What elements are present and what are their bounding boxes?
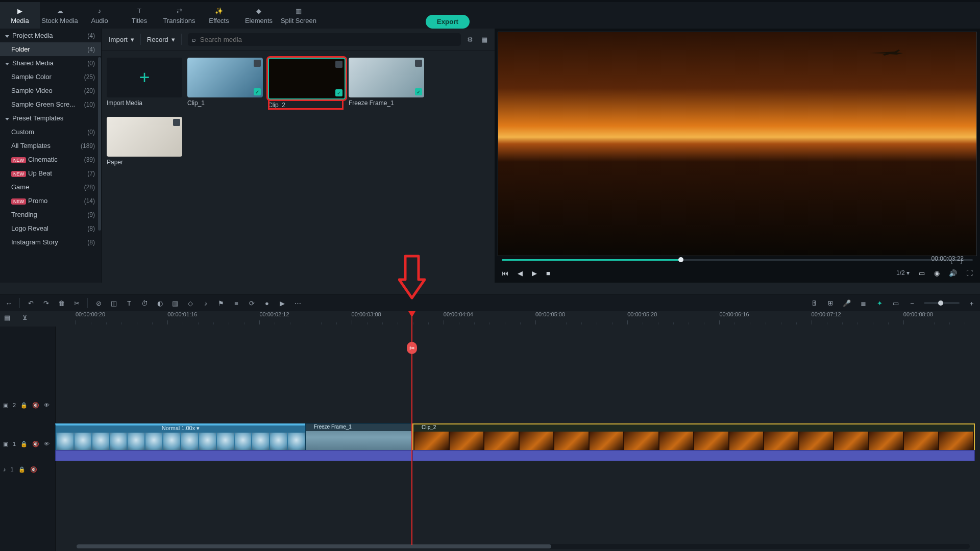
fit-icon[interactable]: ▭ bbox=[891, 298, 900, 308]
razor-playhead-icon[interactable]: ✂ bbox=[407, 342, 417, 354]
timeline-clip-2[interactable]: Clip_2 bbox=[412, 423, 975, 452]
preview-ratio[interactable]: 1/2 ▾ bbox=[896, 269, 910, 277]
fullscreen-icon[interactable]: ⛶ bbox=[966, 270, 973, 277]
media-item-freeze-frame-1[interactable]: ✓Freeze Frame_1 bbox=[349, 58, 424, 110]
timeline-clip-1[interactable]: Normal 1.00x ▾ bbox=[55, 423, 306, 453]
hide-icon[interactable]: 👁 bbox=[44, 441, 50, 447]
keyframe-icon[interactable]: ◇ bbox=[186, 298, 195, 308]
timeline-audio-2[interactable] bbox=[412, 450, 975, 461]
playhead[interactable]: ✂ bbox=[411, 311, 412, 545]
track-header-a1[interactable]: ♪ 1 🔒 🔇 bbox=[0, 462, 58, 477]
media-item-import-media[interactable]: +Import Media bbox=[107, 58, 182, 110]
redo-icon[interactable]: ↷ bbox=[41, 298, 51, 308]
motion-icon[interactable]: ⟳ bbox=[247, 298, 256, 308]
sidebar-item-logo-reveal[interactable]: Logo Reveal(8) bbox=[0, 221, 101, 235]
record-vo-icon[interactable]: ● bbox=[262, 298, 272, 308]
lock-icon[interactable]: 🔒 bbox=[20, 441, 28, 447]
undo-icon[interactable]: ↶ bbox=[26, 298, 35, 308]
sidebar-group-shared-media[interactable]: Shared Media(0) bbox=[0, 56, 101, 70]
media-item-clip-2[interactable]: ✓Clip_2 bbox=[268, 58, 344, 110]
record-dropdown[interactable]: Record ▾ bbox=[147, 36, 175, 43]
lock-icon[interactable]: 🔒 bbox=[18, 467, 26, 472]
cursor-tool-icon[interactable]: ↔ bbox=[4, 298, 13, 308]
mute-icon[interactable]: 🔇 bbox=[30, 467, 37, 472]
detach-audio-icon[interactable]: ♪ bbox=[201, 298, 210, 308]
timeline-scrollbar[interactable] bbox=[77, 544, 970, 549]
speed-icon[interactable]: ⏱ bbox=[140, 298, 149, 308]
sidebar-item-sample-green-scre-[interactable]: Sample Green Scre...(10) bbox=[0, 97, 101, 111]
mic-icon[interactable]: 🎤 bbox=[842, 298, 851, 308]
sidebar-item-promo[interactable]: NEWPromo(14) bbox=[0, 194, 101, 208]
lock-icon[interactable]: 🔒 bbox=[20, 403, 28, 408]
display-icon[interactable]: ▭ bbox=[919, 270, 925, 277]
razor-icon[interactable]: ✂ bbox=[72, 298, 81, 308]
tab-elements[interactable]: ◆Elements bbox=[239, 2, 279, 29]
media-search[interactable]: ⌕ bbox=[188, 33, 461, 46]
sidebar-group-project-media[interactable]: Project Media(4) bbox=[0, 29, 101, 42]
auto-ripple-icon[interactable]: ✦ bbox=[875, 298, 884, 308]
tab-stock-media[interactable]: ☁Stock Media bbox=[40, 2, 80, 29]
media-item-clip-1[interactable]: ✓Clip_1 bbox=[187, 58, 263, 110]
sidebar-group-preset-templates[interactable]: Preset Templates bbox=[0, 111, 101, 125]
sidebar-item-all-templates[interactable]: All Templates(189) bbox=[0, 139, 101, 153]
zoom-in-icon[interactable]: ＋ bbox=[967, 298, 976, 308]
sidebar-item-cinematic[interactable]: NEWCinematic(39) bbox=[0, 153, 101, 166]
greenscreen-icon[interactable]: ▥ bbox=[170, 298, 180, 308]
track-header-v1[interactable]: ▣ 1 🔒 🔇 👁 bbox=[0, 429, 58, 459]
sidebar-item-folder[interactable]: Folder(4) bbox=[0, 42, 101, 56]
new-badge: NEW bbox=[11, 157, 26, 163]
sidebar-item-up-beat[interactable]: NEWUp Beat(7) bbox=[0, 166, 101, 180]
sidebar-item-instagram-story[interactable]: Instagram Story(8) bbox=[0, 235, 101, 249]
timeline-freeze-frame[interactable]: Freeze Frame_1 bbox=[305, 423, 413, 451]
tab-media[interactable]: ▶Media bbox=[0, 2, 40, 29]
filter-icon[interactable]: ⚙ bbox=[467, 36, 473, 43]
sidebar-item-sample-color[interactable]: Sample Color(25) bbox=[0, 70, 101, 84]
mute-icon[interactable]: 🔇 bbox=[32, 403, 39, 408]
snapshot-icon[interactable]: ◉ bbox=[934, 270, 940, 277]
tab-split-screen[interactable]: ▥Split Screen bbox=[279, 2, 318, 29]
crop-icon[interactable]: ◫ bbox=[109, 298, 118, 308]
prohibit-icon[interactable]: ⊘ bbox=[94, 298, 103, 308]
marker-icon[interactable]: ⚑ bbox=[216, 298, 226, 308]
text-icon[interactable]: T bbox=[125, 298, 134, 308]
zoom-out-icon[interactable]: − bbox=[908, 298, 917, 308]
timeline-audio-1[interactable] bbox=[55, 450, 413, 461]
tab-titles[interactable]: TTitles bbox=[119, 2, 159, 29]
media-item-paper[interactable]: Paper bbox=[107, 117, 182, 166]
color-icon[interactable]: ◐ bbox=[155, 298, 164, 308]
render-icon[interactable]: ▶ bbox=[278, 298, 287, 308]
track-manage-icon[interactable]: ▤ bbox=[4, 314, 10, 321]
adjust-icon[interactable]: ≡ bbox=[232, 298, 241, 308]
shield-icon[interactable]: ⛨ bbox=[826, 298, 835, 308]
volume-icon[interactable]: 🔊 bbox=[949, 270, 957, 277]
preview-canvas[interactable] bbox=[498, 32, 977, 256]
import-dropdown[interactable]: Import ▾ bbox=[109, 36, 134, 43]
play-button[interactable]: ▶ bbox=[532, 270, 537, 277]
sidebar-item-sample-video[interactable]: Sample Video(20) bbox=[0, 84, 101, 97]
mute-icon[interactable]: 🔇 bbox=[32, 441, 39, 447]
sidebar-item-custom[interactable]: Custom(0) bbox=[0, 125, 101, 139]
audio-mixer-icon[interactable]: 🎚 bbox=[810, 298, 819, 308]
track-area[interactable]: Normal 1.00x ▾ Freeze Frame_1 Clip_2 bbox=[55, 327, 975, 551]
timeline-ruler[interactable]: 00:00:00:2000:00:01:1600:00:02:1200:00:0… bbox=[55, 311, 975, 327]
preview-seekbar[interactable]: { } 00:00:03:22 bbox=[502, 256, 973, 263]
grid-view-icon[interactable]: ▦ bbox=[481, 36, 487, 43]
prev-frame-button[interactable]: ⏮ bbox=[502, 270, 508, 277]
delete-icon[interactable]: 🗑 bbox=[57, 298, 66, 308]
sidebar-scrollbar[interactable] bbox=[98, 57, 101, 302]
magnet-icon[interactable]: ⊻ bbox=[22, 314, 28, 321]
track-header-v2[interactable]: ▣ 2 🔒 🔇 👁 bbox=[0, 398, 58, 412]
export-button[interactable]: Export bbox=[426, 15, 470, 29]
sidebar-item-trending[interactable]: Trending(9) bbox=[0, 208, 101, 221]
search-input[interactable] bbox=[199, 35, 457, 44]
hide-icon[interactable]: 👁 bbox=[44, 403, 50, 408]
tab-audio[interactable]: ♪Audio bbox=[80, 2, 119, 29]
tab-effects[interactable]: ✨Effects bbox=[199, 2, 239, 29]
stop-button[interactable]: ■ bbox=[546, 270, 550, 277]
more-icon[interactable]: ⋯ bbox=[293, 298, 302, 308]
mixer2-icon[interactable]: ≣ bbox=[859, 298, 868, 308]
sidebar-item-game[interactable]: Game(28) bbox=[0, 180, 101, 194]
zoom-slider[interactable] bbox=[924, 302, 960, 304]
tab-transitions[interactable]: ⇄Transitions bbox=[159, 2, 199, 29]
step-back-button[interactable]: ◀ bbox=[518, 270, 523, 277]
